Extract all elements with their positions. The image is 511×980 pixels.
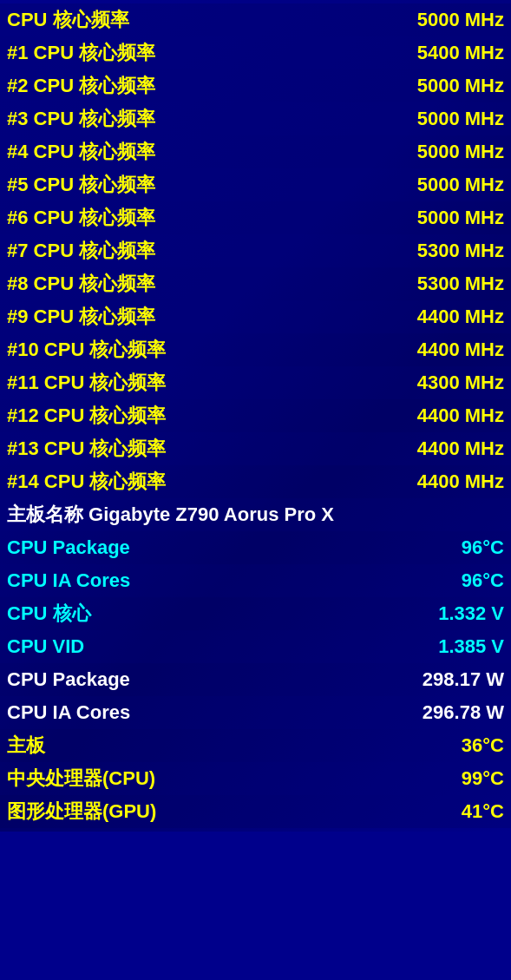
table-row: CPU IA Cores96°C (0, 564, 511, 597)
table-row: #2 CPU 核心频率5000 MHz (0, 69, 511, 102)
table-row: 图形处理器(GPU)41°C (0, 795, 511, 828)
table-row: #9 CPU 核心频率4400 MHz (0, 300, 511, 333)
row-label: #6 CPU 核心频率 (7, 205, 155, 231)
row-label: #9 CPU 核心频率 (7, 304, 155, 330)
table-row: #1 CPU 核心频率5400 MHz (0, 36, 511, 69)
table-row: 主板36°C (0, 729, 511, 762)
row-label: 中央处理器(CPU) (7, 766, 155, 792)
row-value: 4400 MHz (417, 339, 504, 361)
row-value: 5300 MHz (417, 273, 504, 295)
row-label: #10 CPU 核心频率 (7, 337, 166, 363)
table-row: #3 CPU 核心频率5000 MHz (0, 102, 511, 135)
table-row: #11 CPU 核心频率4300 MHz (0, 366, 511, 399)
row-label: #13 CPU 核心频率 (7, 436, 166, 462)
row-label: 主板 (7, 733, 45, 759)
row-label: #11 CPU 核心频率 (7, 370, 166, 396)
row-value: 4400 MHz (417, 437, 504, 460)
row-value: 5000 MHz (417, 174, 504, 196)
table-row: #6 CPU 核心频率5000 MHz (0, 201, 511, 234)
row-label: #1 CPU 核心频率 (7, 40, 155, 66)
row-value: 96°C (462, 536, 504, 559)
table-row: CPU IA Cores296.78 W (0, 696, 511, 729)
row-value: 5000 MHz (417, 75, 504, 97)
row-label: #8 CPU 核心频率 (7, 271, 155, 297)
table-row: #10 CPU 核心频率4400 MHz (0, 333, 511, 366)
row-value: 36°C (462, 734, 504, 757)
row-label: CPU 核心 (7, 601, 91, 627)
table-row: #7 CPU 核心频率5300 MHz (0, 234, 511, 267)
row-label: CPU IA Cores (7, 569, 130, 592)
row-label: CPU 核心频率 (7, 7, 129, 33)
row-label: CPU Package (7, 668, 130, 691)
row-value: 5000 MHz (417, 207, 504, 229)
row-label: #5 CPU 核心频率 (7, 172, 155, 198)
table-row: CPU VID1.385 V (0, 630, 511, 663)
row-value: 4300 MHz (417, 372, 504, 394)
row-value: 1.332 V (438, 602, 504, 625)
table-row: CPU 核心频率5000 MHz (0, 3, 511, 36)
table-row: #5 CPU 核心频率5000 MHz (0, 168, 511, 201)
table-row: #4 CPU 核心频率5000 MHz (0, 135, 511, 168)
table-row: CPU Package96°C (0, 531, 511, 564)
row-value: 5000 MHz (417, 108, 504, 130)
table-row: #8 CPU 核心频率5300 MHz (0, 267, 511, 300)
main-container: CPU 核心频率5000 MHz#1 CPU 核心频率5400 MHz#2 CP… (0, 0, 511, 832)
row-value: 296.78 W (423, 701, 504, 724)
table-row: #12 CPU 核心频率4400 MHz (0, 399, 511, 432)
row-label: #3 CPU 核心频率 (7, 106, 155, 132)
row-label: CPU VID (7, 635, 84, 658)
row-value: 5300 MHz (417, 240, 504, 262)
table-row: CPU Package298.17 W (0, 663, 511, 696)
row-value: 1.385 V (438, 635, 504, 658)
row-value: 4400 MHz (417, 470, 504, 493)
table-row: 主板名称 Gigabyte Z790 Aorus Pro X (0, 498, 511, 531)
row-value: 5000 MHz (417, 141, 504, 163)
table-row: CPU 核心1.332 V (0, 597, 511, 630)
row-label: #4 CPU 核心频率 (7, 139, 155, 165)
row-value: 5400 MHz (417, 42, 504, 64)
row-value: 41°C (462, 800, 504, 823)
row-label: #7 CPU 核心频率 (7, 238, 155, 264)
row-label: CPU IA Cores (7, 701, 130, 724)
row-label: #12 CPU 核心频率 (7, 403, 166, 429)
row-value: 4400 MHz (417, 404, 504, 427)
table-row: 中央处理器(CPU)99°C (0, 762, 511, 795)
row-label: #14 CPU 核心频率 (7, 469, 166, 495)
row-label: 图形处理器(GPU) (7, 799, 156, 825)
row-value: 96°C (462, 569, 504, 592)
table-row: #14 CPU 核心频率4400 MHz (0, 465, 511, 498)
table-row: #13 CPU 核心频率4400 MHz (0, 432, 511, 465)
row-value: 99°C (462, 767, 504, 790)
row-label: #2 CPU 核心频率 (7, 73, 155, 99)
row-value: 298.17 W (423, 668, 504, 691)
row-label: CPU Package (7, 536, 130, 559)
row-value: 5000 MHz (417, 9, 504, 31)
row-label: 主板名称 Gigabyte Z790 Aorus Pro X (7, 502, 334, 528)
row-value: 4400 MHz (417, 306, 504, 328)
